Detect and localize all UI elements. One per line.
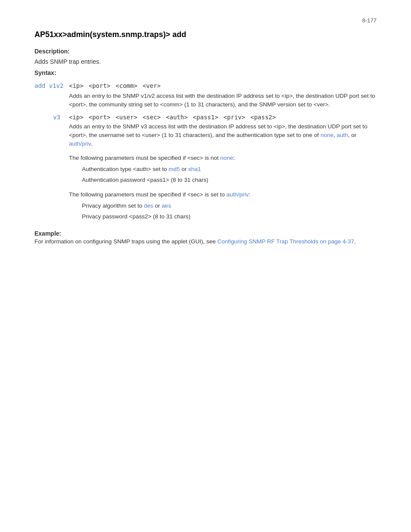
description-label: Description: xyxy=(34,48,377,55)
syntax-row-v3: v3 <ip> <port> <user> <sec> <auth> <pass… xyxy=(34,114,377,121)
priv-sub-block: Privacy algorithm set to des or aes Priv… xyxy=(82,201,377,221)
v3-description: Adds an entry to the SNMP v3 access list… xyxy=(69,122,377,149)
example-label: Example: xyxy=(34,230,377,237)
des-keyword: des xyxy=(144,202,153,209)
aes-keyword: aes xyxy=(162,202,171,209)
syntax-table: add v1v2 <ip> <port> <comm> <ver> Adds a… xyxy=(34,82,377,221)
sec-authpriv-text: The following parameters must be specifi… xyxy=(69,190,377,199)
md5-keyword: md5 xyxy=(168,166,180,172)
footer-text: For information on configuring SNMP trap… xyxy=(34,238,377,245)
sha1-keyword: sha1 xyxy=(188,166,201,172)
page-number: 8-177 xyxy=(362,17,377,24)
syntax-label: Syntax: xyxy=(34,69,377,76)
v3-params: <ip> <port> <user> <sec> <auth> <pass1> … xyxy=(69,114,276,121)
page-title: AP51xx>admin(system.snmp.traps)> add xyxy=(34,30,377,39)
v1v2-params: <ip> <port> <comm> <ver> xyxy=(69,82,241,89)
priv-pass-text: Privacy password <pass2> (8 to 31 chars) xyxy=(82,212,377,221)
v3-command: v3 xyxy=(34,114,69,121)
v3-authpriv-keyword: auth/priv xyxy=(69,140,91,147)
sec-not-none-block: The following parameters must be specifi… xyxy=(69,153,377,185)
sec-not-none-text: The following parameters must be specifi… xyxy=(69,153,377,163)
sec-none-keyword: none xyxy=(220,155,233,161)
auth-pass-text: Authentication password <pass1> (8 to 31… xyxy=(82,175,377,185)
auth-type-text: Authentication type <auth> set to md5 or… xyxy=(82,165,377,174)
v1v2-description: Adds an entry to the SNMP v1/v2 access l… xyxy=(69,92,377,109)
priv-algo-text: Privacy algorithm set to des or aes xyxy=(82,201,377,211)
v3-none-keyword: none xyxy=(321,132,333,138)
add-command: add v1v2 xyxy=(34,82,69,89)
sec-authpriv-block: The following parameters must be specifi… xyxy=(69,190,377,221)
authpriv-keyword: auth/priv xyxy=(226,191,249,198)
page-container: 8-177 AP51xx>admin(system.snmp.traps)> a… xyxy=(0,0,411,266)
example-section: Example: xyxy=(34,230,377,237)
v3-auth-keyword: auth xyxy=(336,132,348,138)
auth-sub-block: Authentication type <auth> set to md5 or… xyxy=(82,165,377,185)
syntax-row-v1v2: add v1v2 <ip> <port> <comm> <ver> xyxy=(34,82,377,89)
description-text: Adds SNMP trap entries. xyxy=(34,58,377,65)
footer-link[interactable]: Configuring SNMP RF Trap Thresholds on p… xyxy=(217,238,354,245)
